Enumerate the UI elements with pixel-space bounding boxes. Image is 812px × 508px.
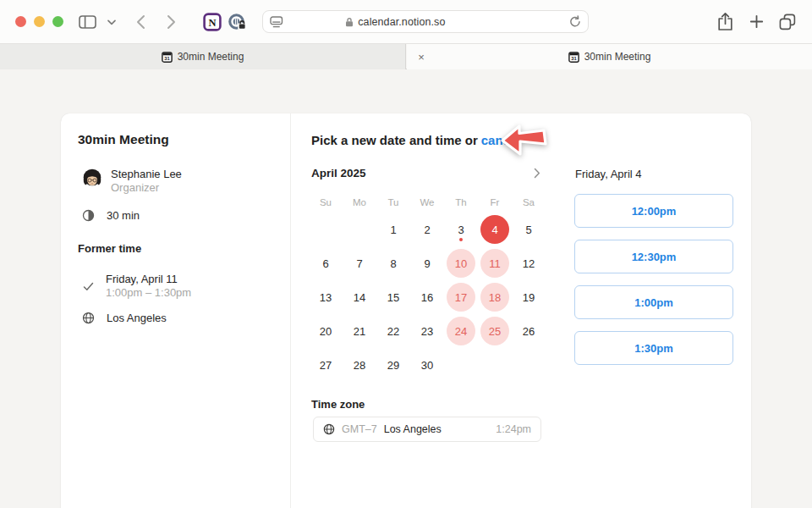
calendar-empty-cell bbox=[478, 348, 512, 382]
browser-window: N calendar.notion.so bbox=[0, 0, 812, 508]
calendar-empty-cell bbox=[512, 348, 546, 382]
forward-icon[interactable] bbox=[167, 14, 176, 30]
website-settings-icon[interactable] bbox=[270, 16, 283, 28]
calendar-day[interactable]: 17 bbox=[444, 280, 478, 314]
onepassword-extension-icon[interactable] bbox=[228, 13, 247, 32]
share-icon[interactable] bbox=[717, 12, 733, 31]
calendar-day[interactable]: 24 bbox=[444, 314, 478, 348]
time-slot-button[interactable]: 12:30pm bbox=[574, 240, 733, 273]
calendar-day[interactable]: 10 bbox=[444, 246, 478, 280]
former-time-heading: Former time bbox=[78, 242, 141, 255]
time-slots: 12:00pm12:30pm1:00pm1:30pm bbox=[574, 194, 733, 365]
red-arrow-pointer bbox=[499, 123, 550, 163]
former-date: Friday, April 11 bbox=[106, 273, 191, 286]
tab-30min-meeting-2[interactable]: × 31 30min Meeting bbox=[407, 44, 812, 69]
weekday-label: Tu bbox=[376, 191, 410, 213]
weekday-label: Th bbox=[444, 191, 478, 213]
slot-date-label: Friday, April 4 bbox=[575, 168, 733, 181]
calendar-empty-cell bbox=[309, 213, 343, 246]
refresh-icon[interactable] bbox=[569, 15, 581, 28]
time-slot-button[interactable]: 12:00pm bbox=[574, 194, 733, 228]
calendar-favicon: 31 bbox=[162, 51, 173, 63]
window-close-button[interactable] bbox=[15, 16, 26, 27]
calendar-day[interactable]: 30 bbox=[410, 348, 444, 382]
calendar-day[interactable]: 13 bbox=[309, 280, 343, 314]
close-icon[interactable]: × bbox=[414, 50, 428, 64]
notion-extension-icon[interactable]: N bbox=[203, 13, 222, 31]
calendar-day[interactable]: 28 bbox=[343, 348, 376, 382]
month-header: April 2025 bbox=[311, 167, 546, 179]
check-icon bbox=[81, 282, 95, 291]
timezone-city: Los Angeles bbox=[384, 423, 442, 435]
calendar-day[interactable]: 18 bbox=[478, 280, 512, 314]
calendar-day[interactable]: 26 bbox=[512, 314, 546, 348]
back-icon[interactable] bbox=[136, 14, 145, 30]
calendar-day[interactable]: 1 bbox=[376, 213, 410, 246]
time-slot-button[interactable]: 1:00pm bbox=[574, 285, 733, 319]
calendar-favicon: 31 bbox=[568, 51, 579, 63]
timezone-selector[interactable]: GMT–7 Los Angeles 1:24pm bbox=[313, 417, 541, 442]
tab-30min-meeting-1[interactable]: 31 30min Meeting bbox=[0, 44, 406, 69]
globe-icon bbox=[81, 312, 95, 324]
calendar-day[interactable]: 22 bbox=[376, 314, 410, 348]
location-row: Los Angeles bbox=[81, 312, 167, 324]
today-dot bbox=[459, 238, 463, 241]
tab-title: 30min Meeting bbox=[584, 51, 651, 63]
calendar-day[interactable]: 4 bbox=[478, 213, 512, 246]
organizer-name: Stephanie Lee bbox=[111, 168, 182, 181]
former-time-row: Friday, April 11 1:00pm – 1:30pm bbox=[81, 273, 191, 300]
sidebar-toggle-icon[interactable] bbox=[79, 15, 96, 29]
tab-overview-icon[interactable] bbox=[779, 14, 796, 30]
calendar-day[interactable]: 14 bbox=[343, 280, 376, 314]
svg-text:31: 31 bbox=[571, 56, 577, 61]
weekday-label: Mo bbox=[343, 191, 376, 213]
calendar-day[interactable]: 6 bbox=[309, 246, 343, 280]
time-slot-panel: Friday, April 4 12:00pm12:30pm1:00pm1:30… bbox=[574, 168, 733, 377]
calendar-day[interactable]: 23 bbox=[410, 314, 444, 348]
window-minimize-button[interactable] bbox=[34, 16, 45, 27]
timezone-heading: Time zone bbox=[311, 398, 365, 411]
calendar-day[interactable]: 11 bbox=[478, 246, 512, 280]
booking-card: 30min Meeting St bbox=[61, 113, 751, 508]
calendar-weekday-row: SuMoTuWeThFrSa bbox=[309, 191, 546, 213]
meeting-title: 30min Meeting bbox=[78, 132, 169, 147]
calendar-day[interactable]: 3 bbox=[444, 213, 478, 246]
calendar-day[interactable]: 5 bbox=[512, 213, 546, 246]
address-bar[interactable]: calendar.notion.so bbox=[262, 10, 589, 33]
weekday-label: Fr bbox=[478, 191, 512, 213]
calendar-day[interactable]: 20 bbox=[309, 314, 343, 348]
calendar-day[interactable]: 15 bbox=[376, 280, 410, 314]
weekday-label: Su bbox=[309, 191, 343, 213]
avatar bbox=[81, 168, 103, 195]
duration-row: 30 min bbox=[81, 209, 140, 222]
calendar-grid: 1234567891011121314151617181920212223242… bbox=[309, 213, 546, 382]
new-tab-icon[interactable] bbox=[749, 14, 764, 29]
calendar-day[interactable]: 25 bbox=[478, 314, 512, 348]
duration-value: 30 min bbox=[107, 209, 140, 222]
calendar-day[interactable]: 7 bbox=[343, 246, 376, 280]
calendar-day[interactable]: 9 bbox=[410, 246, 444, 280]
duration-icon bbox=[81, 209, 95, 222]
reschedule-prompt: Pick a new date and time orcancel bbox=[311, 133, 520, 147]
svg-text:N: N bbox=[208, 17, 216, 29]
calendar-day[interactable]: 16 bbox=[410, 280, 444, 314]
location-value: Los Angeles bbox=[107, 312, 167, 324]
calendar-empty-cell bbox=[343, 213, 376, 246]
chevron-down-icon[interactable] bbox=[107, 19, 116, 25]
calendar-day[interactable]: 12 bbox=[512, 246, 546, 280]
calendar-day[interactable]: 19 bbox=[512, 280, 546, 314]
timezone-current-time: 1:24pm bbox=[496, 423, 531, 435]
calendar-day[interactable]: 8 bbox=[376, 246, 410, 280]
former-time-range: 1:00pm – 1:30pm bbox=[106, 286, 191, 300]
organizer-role: Organizer bbox=[111, 181, 182, 195]
calendar-day[interactable]: 2 bbox=[410, 213, 444, 246]
browser-toolbar: N calendar.notion.so bbox=[0, 0, 812, 44]
calendar-day[interactable]: 27 bbox=[309, 348, 343, 382]
calendar-day[interactable]: 29 bbox=[376, 348, 410, 382]
url-text: calendar.notion.so bbox=[358, 16, 445, 28]
lock-icon bbox=[345, 17, 354, 27]
time-slot-button[interactable]: 1:30pm bbox=[574, 331, 733, 365]
chevron-right-icon[interactable] bbox=[534, 168, 540, 179]
calendar-day[interactable]: 21 bbox=[343, 314, 376, 348]
window-zoom-button[interactable] bbox=[52, 16, 63, 27]
